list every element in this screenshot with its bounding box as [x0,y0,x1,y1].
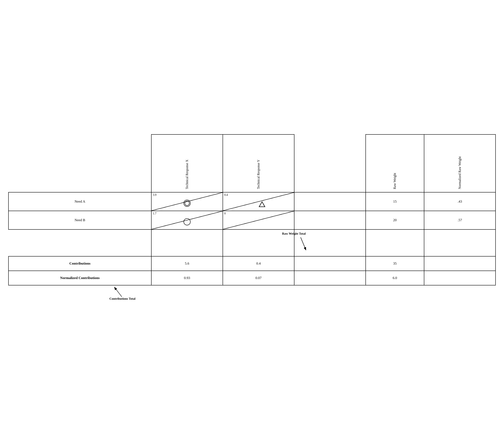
need-a-tech-y: 0.4 [223,192,294,211]
spacer-raw-weight [366,229,424,256]
header-norm-raw-weight: Normalized Raw Weight [424,135,495,192]
spacer-label [9,229,151,256]
need-b-tech-y: 0 [223,211,294,229]
contributions-empty [294,256,366,271]
spacer-row: Raw Weight Total [9,229,495,256]
header-tech-y: Technical Response Y [223,135,294,192]
svg-line-2 [115,288,122,297]
raw-weight-total-arrow [282,236,309,253]
need-b-empty [294,211,366,229]
header-empty-mid [294,135,366,192]
norm-contributions-tech-y: 0.07 [223,271,294,285]
normalized-contributions-row: Normalized Contributions 0.93 0.07 6.0 [9,271,495,285]
norm-contributions-norm [424,271,495,285]
spacer-norm [424,229,495,256]
header-tech-x: Technical Response X [151,135,223,192]
contributions-total-label: Contributions Total [109,297,135,300]
svg-marker-0 [259,202,265,207]
svg-line-1 [301,237,306,250]
spacer-empty: Raw Weight Total [294,229,366,256]
need-a-norm-raw-weight: .43 [424,192,495,211]
triangle-icon [259,201,265,209]
contributions-label: Contributions [9,256,151,271]
contributions-tech-x: 5.6 [151,256,223,271]
circle-icon [184,218,190,227]
need-b-label: Need B [9,211,151,229]
contributions-total-arrow [109,285,134,298]
need-b-norm-raw-weight: .57 [424,211,495,229]
header-raw-weight: Raw Weight [366,135,424,192]
table-row: Need B 1.7 0 20 . [9,211,495,229]
need-a-label: Need A [9,192,151,211]
need-a-empty [294,192,366,211]
contributions-total-value: 6.0 [366,271,424,285]
contributions-tech-y: 0.4 [223,256,294,271]
qfd-matrix: Technical Response X Technical Response … [8,134,496,285]
norm-contributions-label: Normalized Contributions [9,271,151,285]
need-b-tech-x: 1.7 [151,211,223,229]
norm-contributions-tech-x: 0.93 [151,271,223,285]
norm-contributions-empty [294,271,366,285]
spacer-tech-x [151,229,223,256]
need-a-tech-x: 3.9 [151,192,223,211]
raw-weight-total-label: Raw Weight Total [282,232,306,235]
need-b-raw-weight: 20 [366,211,424,229]
contributions-raw-weight-total: 35 [366,256,424,271]
double-circle-icon [184,200,190,208]
header-empty-label [9,135,151,192]
table-row: Need A 3.9 0.4 [9,192,495,211]
contributions-row: Contributions 5.6 0.4 35 [9,256,495,271]
need-a-raw-weight: 15 [366,192,424,211]
contributions-norm [424,256,495,271]
